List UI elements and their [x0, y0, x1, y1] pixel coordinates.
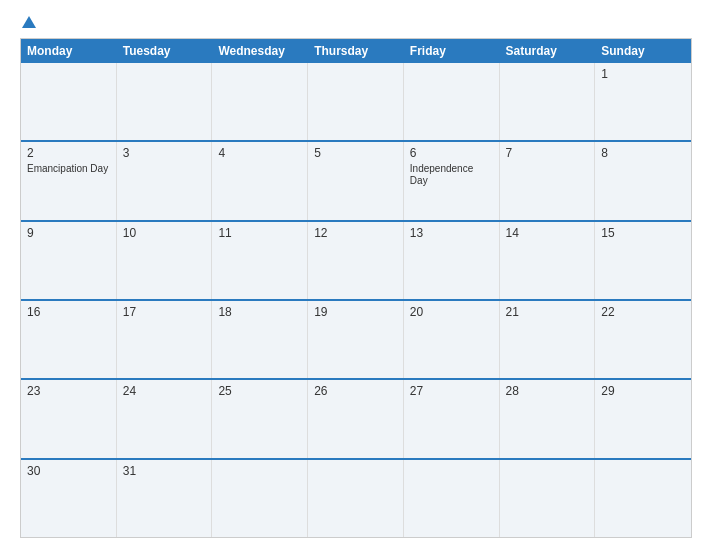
logo-triangle-icon [22, 16, 36, 28]
day-cell: 3 [117, 142, 213, 219]
day-number: 3 [123, 146, 206, 160]
day-cell [308, 63, 404, 140]
day-number: 10 [123, 226, 206, 240]
day-number: 13 [410, 226, 493, 240]
day-header-monday: Monday [21, 39, 117, 63]
day-cell: 20 [404, 301, 500, 378]
week-row-4: 16171819202122 [21, 299, 691, 378]
day-cell: 23 [21, 380, 117, 457]
day-cell: 13 [404, 222, 500, 299]
calendar-page: MondayTuesdayWednesdayThursdayFridaySatu… [0, 0, 712, 550]
day-cell: 24 [117, 380, 213, 457]
week-row-3: 9101112131415 [21, 220, 691, 299]
day-number: 29 [601, 384, 685, 398]
day-cell: 6Independence Day [404, 142, 500, 219]
day-cell: 15 [595, 222, 691, 299]
day-number: 25 [218, 384, 301, 398]
day-number: 22 [601, 305, 685, 319]
day-cell: 5 [308, 142, 404, 219]
day-cell: 2Emancipation Day [21, 142, 117, 219]
day-header-sunday: Sunday [595, 39, 691, 63]
day-number: 2 [27, 146, 110, 160]
day-number: 21 [506, 305, 589, 319]
day-event: Emancipation Day [27, 163, 108, 174]
weeks-container: 12Emancipation Day3456Independence Day78… [21, 63, 691, 537]
day-cell: 26 [308, 380, 404, 457]
week-row-6: 3031 [21, 458, 691, 537]
day-number: 1 [601, 67, 685, 81]
day-cell [212, 63, 308, 140]
day-cell [308, 460, 404, 537]
day-cell: 12 [308, 222, 404, 299]
week-row-2: 2Emancipation Day3456Independence Day78 [21, 140, 691, 219]
day-cell: 28 [500, 380, 596, 457]
day-cell: 19 [308, 301, 404, 378]
day-number: 23 [27, 384, 110, 398]
day-number: 5 [314, 146, 397, 160]
day-number: 31 [123, 464, 206, 478]
day-number: 17 [123, 305, 206, 319]
day-number: 16 [27, 305, 110, 319]
day-header-tuesday: Tuesday [117, 39, 213, 63]
day-cell: 25 [212, 380, 308, 457]
logo [20, 16, 37, 28]
day-cell [21, 63, 117, 140]
day-cell [117, 63, 213, 140]
day-cell: 27 [404, 380, 500, 457]
day-cell: 10 [117, 222, 213, 299]
day-number: 26 [314, 384, 397, 398]
day-cell [212, 460, 308, 537]
day-number: 12 [314, 226, 397, 240]
day-headers-row: MondayTuesdayWednesdayThursdayFridaySatu… [21, 39, 691, 63]
day-cell: 29 [595, 380, 691, 457]
day-cell: 9 [21, 222, 117, 299]
day-header-wednesday: Wednesday [212, 39, 308, 63]
day-cell: 11 [212, 222, 308, 299]
day-number: 9 [27, 226, 110, 240]
day-number: 6 [410, 146, 493, 160]
calendar-grid: MondayTuesdayWednesdayThursdayFridaySatu… [20, 38, 692, 538]
day-cell: 31 [117, 460, 213, 537]
day-number: 30 [27, 464, 110, 478]
day-cell [404, 63, 500, 140]
day-number: 20 [410, 305, 493, 319]
day-header-friday: Friday [404, 39, 500, 63]
day-cell: 1 [595, 63, 691, 140]
day-number: 19 [314, 305, 397, 319]
day-number: 18 [218, 305, 301, 319]
day-cell: 17 [117, 301, 213, 378]
day-cell [500, 63, 596, 140]
day-header-thursday: Thursday [308, 39, 404, 63]
day-number: 15 [601, 226, 685, 240]
header [20, 16, 692, 28]
day-number: 14 [506, 226, 589, 240]
day-cell: 14 [500, 222, 596, 299]
day-number: 28 [506, 384, 589, 398]
week-row-5: 23242526272829 [21, 378, 691, 457]
day-cell: 18 [212, 301, 308, 378]
day-event: Independence Day [410, 163, 473, 186]
day-cell [404, 460, 500, 537]
day-number: 7 [506, 146, 589, 160]
day-cell [500, 460, 596, 537]
day-header-saturday: Saturday [500, 39, 596, 63]
day-number: 4 [218, 146, 301, 160]
day-cell [595, 460, 691, 537]
day-cell: 7 [500, 142, 596, 219]
day-cell: 8 [595, 142, 691, 219]
week-row-1: 1 [21, 63, 691, 140]
day-number: 11 [218, 226, 301, 240]
day-cell: 22 [595, 301, 691, 378]
day-cell: 4 [212, 142, 308, 219]
day-number: 8 [601, 146, 685, 160]
day-number: 24 [123, 384, 206, 398]
day-cell: 16 [21, 301, 117, 378]
day-cell: 30 [21, 460, 117, 537]
day-number: 27 [410, 384, 493, 398]
day-cell: 21 [500, 301, 596, 378]
